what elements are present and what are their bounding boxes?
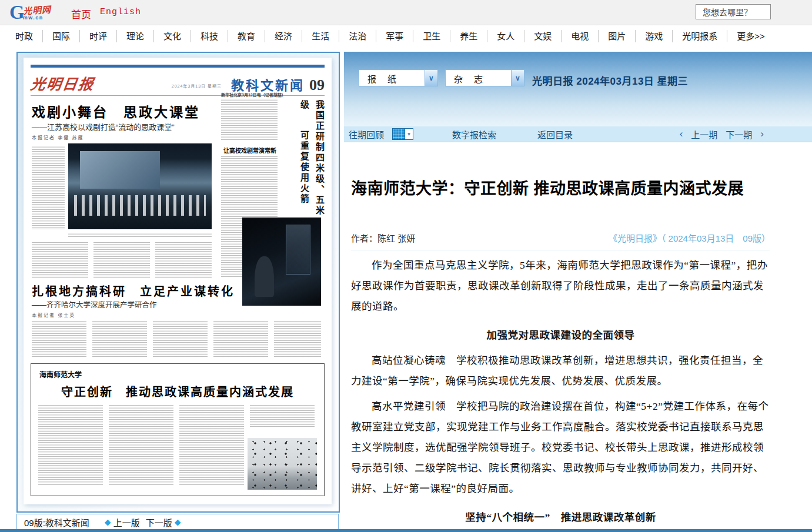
- newsprint-text-block: [32, 321, 86, 357]
- article2-subtitle: ——齐齐哈尔大学深度开展产学研合作: [32, 299, 157, 310]
- main-nav: 时政 国际时评理论文化科技教育经济生活法治军事卫生养生女人文娱电视图片游戏光明报…: [6, 25, 806, 46]
- nav-item[interactable]: 卫生: [413, 30, 450, 42]
- article-author: 作者：陈红 张妍: [351, 232, 415, 244]
- newspaper-thumbnail-panel: 光明日报 2024年3月13日 星期三 教科文新闻 09 戏剧小舞台 思政大课堂…: [16, 52, 340, 513]
- gmw-digital-paper-page: G 光明网 mw.cn 首页 English 时政 国际时评理论文化科技教育经济…: [0, 0, 812, 532]
- nav-item[interactable]: 军事: [376, 30, 413, 42]
- article-paragraph: 高站位凝心铸魂 学校积极推动思政课改革创新，增进思想共识，强化责任担当，全力建设…: [351, 350, 770, 392]
- article1-subtitle: ——江苏高校以戏剧打造“流动的思政课堂”: [32, 121, 175, 132]
- rocket-vertical-headline[interactable]: 我国正研制四米级、五米级可重复使用火箭: [296, 100, 327, 226]
- current-page-label: 09版:教科文新闻: [24, 516, 89, 528]
- gmw-logo[interactable]: G 光明网 mw.cn: [9, 1, 51, 24]
- article-meta-row: 作者：陈红 张妍 《光明日报》（ 2024年03月13日 09版）: [351, 232, 770, 244]
- chevron-down-icon[interactable]: ∨: [425, 70, 437, 86]
- vertical-headline-line2: 可重复使用火箭: [299, 111, 309, 205]
- article-source: 《光明日报》（ 2024年03月13日 09版）: [609, 232, 770, 244]
- newsprint-text-block: [153, 321, 208, 357]
- reader-header: 报 纸 ∨ 杂 志 ∨ 光明日报 2024年03月13日 星期三: [344, 52, 812, 126]
- nav-item[interactable]: 养生: [450, 30, 487, 42]
- nav-item[interactable]: 法治: [339, 30, 376, 42]
- newsprint-text-block: [213, 321, 268, 357]
- calendar-dropdown-arrow-icon[interactable]: ▼: [405, 128, 413, 140]
- prev-issue-arrow-icon[interactable]: ‹: [680, 128, 683, 140]
- calendar-icon: [392, 128, 405, 140]
- issue-date-label: 光明日报 2024年03月13日 星期三: [532, 73, 688, 88]
- nav-item[interactable]: 时评: [80, 30, 117, 42]
- boxed-article[interactable]: 海南师范大学 守正创新 推动思政课高质量内涵式发展: [31, 363, 325, 496]
- nav-item[interactable]: 文娱: [524, 30, 562, 42]
- magazine-select-value: 杂 志: [446, 70, 511, 86]
- past-issues-link[interactable]: 往期回顾: [349, 128, 384, 140]
- english-link[interactable]: English: [100, 7, 141, 17]
- issue-calendar-picker[interactable]: ▼: [392, 128, 413, 140]
- page-number: 09: [309, 78, 325, 93]
- next-issue-link[interactable]: 下一期: [726, 128, 752, 140]
- newspaper-select-value: 报 纸: [359, 70, 425, 86]
- next-page-link[interactable]: 下一版: [146, 516, 172, 528]
- prev-page-link[interactable]: 上一版: [113, 516, 140, 528]
- nav-item[interactable]: 经济: [265, 30, 302, 42]
- newspaper-page-image: 光明日报 2024年3月13日 星期三 教科文新闻 09 戏剧小舞台 思政大课堂…: [24, 58, 332, 504]
- home-link[interactable]: 首页: [71, 6, 91, 21]
- nav-item[interactable]: 教育: [228, 30, 265, 42]
- digital-paper-search-link[interactable]: 数字报检索: [452, 128, 496, 140]
- nav-item[interactable]: 女人: [487, 30, 524, 42]
- newsprint-text-block: [109, 405, 173, 485]
- masthead-dateline: 2024年3月13日 星期三: [172, 83, 222, 89]
- newsprint-text-block: [32, 242, 88, 279]
- photo-caption-text: [68, 233, 212, 238]
- newsprint-text-block: [250, 405, 315, 427]
- nav-item[interactable]: 文化: [154, 30, 191, 42]
- boxed-article-headline: 守正创新 推动思政课高质量内涵式发展: [31, 383, 324, 400]
- article-content: 海南师范大学：守正创新 推动思政课高质量内涵式发展 作者：陈红 张妍 《光明日报…: [351, 141, 770, 531]
- nav-item[interactable]: 图片: [599, 30, 636, 42]
- reader-toolbar: 往期回顾 ▼ 数字报检索 返回目录 ‹ 上一期 下一期 ›: [344, 126, 812, 142]
- nav-item[interactable]: 国际: [43, 30, 80, 42]
- nav-item[interactable]: 更多>>: [727, 30, 774, 42]
- newsprint-text-block: [92, 321, 147, 357]
- chevron-down-icon[interactable]: ∨: [511, 70, 524, 86]
- newsprint-text-block: [155, 242, 212, 279]
- newspaper-select[interactable]: 报 纸 ∨: [359, 69, 438, 86]
- section-name: 教科文新闻: [231, 79, 305, 93]
- article2-byline: 本报记者 张士英: [32, 312, 75, 318]
- back-to-contents-link[interactable]: 返回目录: [537, 128, 573, 140]
- nav-item[interactable]: 光明报系: [673, 30, 727, 42]
- newspaper-masthead: 光明日报 2024年3月13日 星期三 教科文新闻 09: [31, 71, 325, 93]
- article-paragraph: 作为全国重点马克思主义学院，5年来，海南师范大学把思政课作为“第一课程”，把办好…: [351, 255, 770, 317]
- article2-headline[interactable]: 扎根地方搞科研 立足产业谋转化: [32, 282, 235, 299]
- issue-nav-group: ‹ 上一期 下一期 ›: [680, 128, 764, 140]
- next-page-diamond-icon: ◆: [175, 517, 181, 527]
- newsprint-text-block: [221, 99, 278, 141]
- prev-page-diamond-icon: ◆: [105, 517, 111, 527]
- next-issue-arrow-icon[interactable]: ›: [760, 128, 764, 140]
- article-paragraph: 高水平党建引领 学校把马院的政治建设摆在首位，构建“5+2”党建工作体系，在每个…: [351, 396, 770, 499]
- nav-item[interactable]: 电视: [562, 30, 599, 42]
- page-pager-bar: 09版:教科文新闻 ◆ 上一版 下一版 ◆: [16, 514, 339, 530]
- boxed-article-kicker: 海南师范大学: [39, 369, 82, 379]
- museum-exhibit-photo: [242, 218, 321, 306]
- article1-subhead: 让高校戏剧常演常新: [221, 146, 279, 155]
- newsprint-text-block: [179, 405, 244, 485]
- guangming-daily-logo: 光明日报: [29, 76, 95, 93]
- article-body: 作为全国重点马克思主义学院，5年来，海南师范大学把思政课作为“第一课程”，把办好…: [351, 255, 770, 528]
- site-header: G 光明网 mw.cn 首页 English: [0, 0, 812, 25]
- nav-item[interactable]: 时政: [6, 30, 43, 42]
- logo-brand-name: 光明网: [22, 5, 51, 15]
- where-to-go-input[interactable]: [696, 4, 771, 19]
- newsprint-text-block: [38, 405, 103, 485]
- article1-headline[interactable]: 戏剧小舞台 思政大课堂: [32, 101, 200, 121]
- newsprint-text-block: [93, 242, 150, 279]
- meta-divider: [351, 250, 770, 250]
- magazine-select[interactable]: 杂 志 ∨: [445, 69, 524, 86]
- newsprint-text-block: [32, 146, 65, 229]
- article-section-heading: 坚持“八个相统一” 推进思政课改革创新: [351, 507, 770, 528]
- prev-issue-link[interactable]: 上一期: [691, 128, 717, 140]
- newsprint-text-block: [274, 321, 321, 357]
- article-title: 海南师范大学：守正创新 推动思政课高质量内涵式发展: [351, 178, 770, 200]
- article-section-heading: 加强党对思政课建设的全面领导: [351, 325, 770, 346]
- nav-item[interactable]: 游戏: [636, 30, 673, 42]
- nav-item[interactable]: 科技: [191, 30, 228, 42]
- nav-item[interactable]: 理论: [117, 30, 154, 42]
- nav-item[interactable]: 生活: [302, 30, 339, 42]
